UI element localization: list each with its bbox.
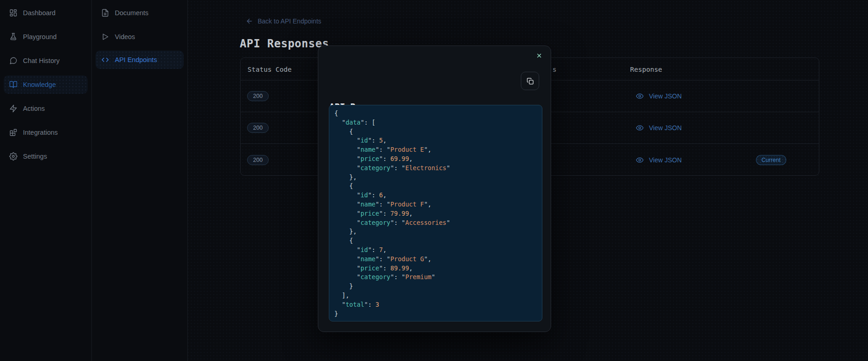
sidebar-item-videos[interactable]: Videos [96, 28, 184, 46]
primary-sidebar: Dashboard Playground Chat History Knowle… [0, 0, 92, 361]
flask-icon [9, 33, 17, 41]
sidebar-item-integrations[interactable]: Integrations [4, 123, 88, 142]
sidebar-item-actions[interactable]: Actions [4, 99, 88, 118]
copy-icon [526, 77, 534, 85]
sidebar-item-label: Playground [23, 33, 56, 40]
book-open-icon [9, 80, 17, 89]
sidebar-item-label: Chat History [23, 57, 60, 64]
sidebar-item-knowledge[interactable]: Knowledge [4, 75, 88, 94]
sidebar-item-label: API Endpoints [115, 56, 157, 63]
column-header-response: Response [630, 58, 662, 80]
close-icon [536, 52, 542, 59]
secondary-sidebar: Documents Videos API Endpoints [92, 0, 188, 361]
eye-icon [636, 156, 644, 164]
back-link-label: Back to API Endpoints [258, 17, 321, 25]
eye-icon [636, 124, 644, 132]
view-json-link[interactable]: View JSON [636, 156, 682, 164]
blocks-icon [9, 128, 17, 137]
view-json-label: View JSON [649, 156, 682, 164]
sidebar-item-label: Integrations [23, 129, 58, 136]
app-screen: Dashboard Playground Chat History Knowle… [0, 0, 868, 361]
status-badge: 200 [247, 155, 269, 165]
column-header-status-code: Status Code [248, 58, 292, 80]
lightning-icon [9, 104, 17, 113]
gear-icon [9, 152, 17, 160]
sidebar-item-playground[interactable]: Playground [4, 28, 88, 46]
sidebar-item-documents[interactable]: Documents [96, 4, 184, 22]
back-link[interactable]: Back to API Endpoints [246, 17, 321, 25]
sidebar-item-label: Dashboard [23, 9, 56, 17]
status-badge: 200 [247, 91, 269, 101]
view-json-link[interactable]: View JSON [636, 124, 682, 132]
api-response-modal: API Response Jan 15, 2024, 11:30 { "data… [318, 46, 551, 332]
view-json-label: View JSON [649, 92, 682, 100]
column-header-partial: s [552, 58, 557, 80]
close-button[interactable] [535, 52, 543, 60]
json-code[interactable]: { "data": [ { "id": 5, "name": "Product … [329, 105, 542, 321]
view-json-label: View JSON [649, 124, 682, 132]
document-icon [101, 9, 109, 17]
sidebar-item-label: Documents [115, 9, 148, 17]
code-brackets-icon [101, 56, 109, 64]
sidebar-item-label: Settings [23, 153, 47, 160]
play-icon [101, 33, 109, 41]
sidebar-item-settings[interactable]: Settings [4, 147, 88, 166]
dashboard-icon [9, 9, 17, 17]
sidebar-item-label: Actions [23, 105, 45, 112]
chat-bubble-icon [9, 57, 17, 65]
eye-icon [636, 92, 644, 100]
page-title: API Responses [240, 37, 329, 50]
sidebar-item-dashboard[interactable]: Dashboard [4, 4, 88, 22]
copy-button[interactable] [521, 72, 539, 90]
sidebar-item-label: Knowledge [23, 81, 56, 88]
sidebar-item-label: Videos [115, 33, 135, 40]
sidebar-item-chat-history[interactable]: Chat History [4, 52, 88, 70]
status-badge: 200 [247, 123, 269, 133]
sidebar-item-api-endpoints[interactable]: API Endpoints [96, 51, 184, 69]
back-arrow-icon [246, 17, 253, 25]
current-badge: Current [756, 155, 786, 165]
view-json-link[interactable]: View JSON [636, 92, 682, 100]
